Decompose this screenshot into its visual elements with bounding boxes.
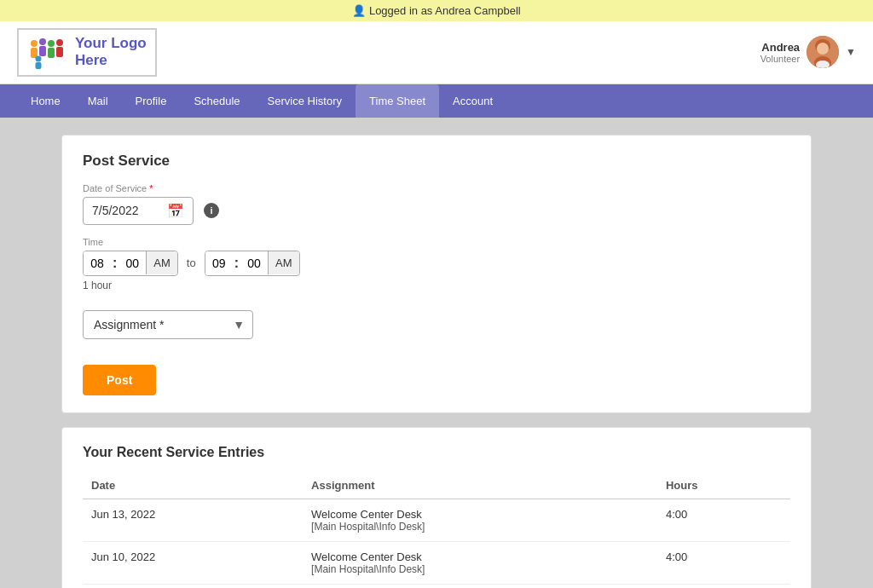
table-row: Jun 10, 2022 Welcome Center Desk [Main H…: [83, 541, 790, 584]
svg-rect-9: [36, 62, 42, 69]
nav-schedule[interactable]: Schedule: [180, 84, 253, 118]
logo-people-icon: [27, 35, 68, 69]
svg-point-8: [36, 56, 42, 62]
table-row: Jun 13, 2022 Welcome Center Desk [Main H…: [83, 499, 790, 541]
nav-account[interactable]: Account: [439, 84, 506, 118]
cell-assignment: Welcome Center Desk [Main Hospital\Info …: [303, 584, 657, 588]
user-role: Volunteer: [760, 54, 800, 64]
post-service-title: Post Service: [83, 153, 790, 170]
cell-hours: 4:00: [657, 499, 790, 541]
post-service-card: Post Service Date of Service * 📅 i Time: [61, 135, 812, 413]
nav-home[interactable]: Home: [17, 84, 74, 118]
assignment-sub: [Main Hospital\Info Desk]: [311, 563, 649, 575]
nav-mail[interactable]: Mail: [74, 84, 122, 118]
time-field-group: Time : AM to : AM 1 hour: [83, 237, 790, 291]
date-input-wrapper: 📅: [83, 197, 194, 225]
svg-point-2: [39, 38, 46, 45]
header: Your Logo Here Andrea Volunteer ▼: [0, 21, 873, 84]
date-input[interactable]: [92, 204, 160, 217]
cell-date: Jun 13, 2022: [83, 499, 303, 541]
svg-point-0: [31, 40, 38, 47]
assignment-main: Welcome Center Desk: [311, 508, 649, 521]
time-start-segment: : AM: [83, 251, 178, 276]
time-end-segment: : AM: [205, 251, 300, 276]
post-button[interactable]: Post: [83, 365, 156, 395]
svg-point-4: [48, 40, 55, 47]
time-to-label: to: [187, 257, 196, 269]
cell-assignment: Welcome Center Desk [Main Hospital\Info …: [303, 499, 657, 541]
user-info[interactable]: Andrea Volunteer ▼: [760, 36, 856, 68]
assignment-select-wrapper: Assignment * ▼: [83, 310, 253, 339]
recent-entries-title: Your Recent Service Entries: [83, 445, 790, 460]
recent-entries-table: Date Assignment Hours Jun 13, 2022 Welco…: [83, 472, 790, 588]
time-start-hour[interactable]: [84, 251, 111, 275]
person-icon: 👤: [352, 4, 366, 17]
svg-point-6: [56, 39, 63, 46]
time-end-minute[interactable]: [240, 251, 268, 275]
time-end-hour[interactable]: [205, 251, 233, 275]
time-row: : AM to : AM: [83, 251, 790, 276]
time-colon-end: :: [233, 256, 240, 271]
duration-note: 1 hour: [83, 280, 790, 291]
time-colon-start: :: [111, 256, 119, 271]
col-assignment: Assignment: [303, 472, 657, 499]
assignment-sub: [Main Hospital\Info Desk]: [311, 521, 649, 533]
time-label: Time: [83, 237, 790, 247]
status-text: Logged in as Andrea Campbell: [369, 4, 521, 17]
cell-date: Jun 9, 2022: [83, 584, 303, 588]
col-date: Date: [83, 472, 303, 499]
date-label: Date of Service *: [83, 183, 790, 193]
assignment-select[interactable]: Assignment *: [83, 310, 253, 339]
nav-profile[interactable]: Profile: [122, 84, 181, 118]
table-row: Jun 9, 2022 Welcome Center Desk [Main Ho…: [83, 584, 790, 588]
logo-text: Your Logo Here: [75, 35, 147, 70]
time-start-minute[interactable]: [119, 251, 146, 275]
cell-hours: 4:00: [657, 584, 790, 588]
cell-hours: 4:00: [657, 541, 790, 584]
assignment-field-group: Assignment * ▼: [83, 303, 790, 339]
cell-assignment: Welcome Center Desk [Main Hospital\Info …: [303, 541, 657, 584]
svg-rect-5: [48, 48, 55, 58]
calendar-icon[interactable]: 📅: [167, 203, 184, 219]
dropdown-arrow-icon: ▼: [846, 46, 856, 58]
user-name: Andrea: [760, 41, 800, 54]
cell-date: Jun 10, 2022: [83, 541, 303, 584]
svg-rect-1: [31, 48, 38, 58]
svg-rect-7: [56, 47, 63, 57]
col-hours: Hours: [657, 472, 790, 499]
time-start-ampm[interactable]: AM: [146, 251, 177, 274]
svg-point-12: [817, 43, 829, 55]
assignment-main: Welcome Center Desk: [311, 551, 649, 563]
recent-entries-card: Your Recent Service Entries Date Assignm…: [61, 427, 812, 588]
nav-service-history[interactable]: Service History: [254, 84, 356, 118]
avatar: [807, 36, 839, 68]
required-marker: *: [149, 183, 153, 193]
date-field-group: Date of Service * 📅 i: [83, 183, 790, 225]
logo-box: Your Logo Here: [17, 28, 157, 77]
nav: Home Mail Profile Schedule Service Histo…: [0, 84, 873, 118]
status-bar: 👤 Logged in as Andrea Campbell: [0, 0, 873, 21]
nav-time-sheet[interactable]: Time Sheet: [356, 84, 439, 118]
info-icon[interactable]: i: [204, 203, 219, 218]
svg-rect-3: [39, 46, 46, 56]
main-content: Post Service Date of Service * 📅 i Time: [61, 135, 812, 588]
time-end-ampm[interactable]: AM: [268, 251, 299, 274]
